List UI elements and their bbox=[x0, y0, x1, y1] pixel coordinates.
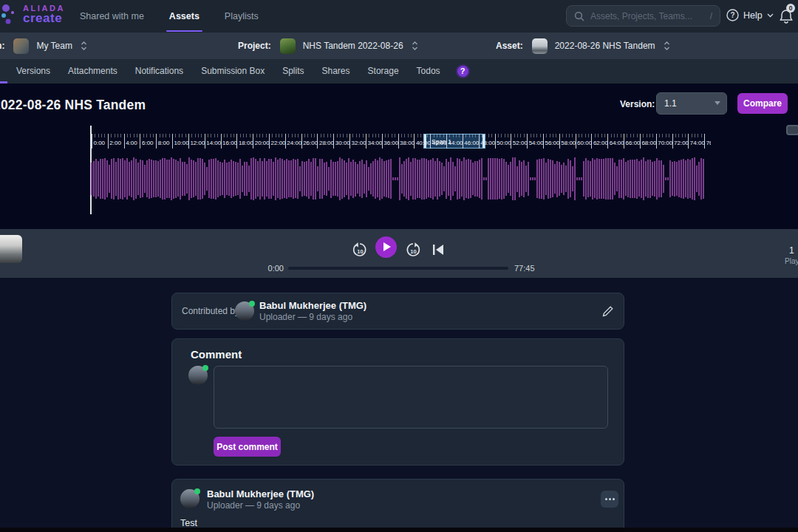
comment-form-card: Comment Post comment bbox=[171, 338, 624, 466]
playback-speed-label: Play bbox=[785, 257, 798, 265]
chevron-down-icon bbox=[715, 101, 720, 105]
project-value: NHS Tandem 2022-08-26 bbox=[303, 41, 403, 51]
contributor-meta: Uploader — 9 days ago bbox=[259, 312, 352, 322]
presence-dot bbox=[202, 365, 208, 371]
edit-icon[interactable] bbox=[601, 305, 614, 318]
asset-selector[interactable]: Asset: 2022-08-26 NHS Tandem bbox=[496, 33, 670, 59]
search-input[interactable]: Assets, Projects, Teams... / bbox=[566, 5, 720, 27]
top-nav: Shared with meAssetsPlaylists bbox=[67, 0, 271, 33]
search-shortcut-hint: / bbox=[710, 11, 712, 21]
comments-section: Contributed by Babul Mukherjee (TMG) Upl… bbox=[0, 278, 798, 528]
tab-shared-with-me[interactable]: Shared with me bbox=[67, 0, 157, 33]
subtab-todos[interactable]: Todos bbox=[408, 59, 449, 83]
subtab-player[interactable]: Player bbox=[0, 59, 7, 83]
comment-form-title: Comment bbox=[191, 348, 242, 361]
subtab-submission-box[interactable]: Submission Box bbox=[192, 59, 273, 83]
team-avatar bbox=[13, 38, 29, 54]
context-bar: Team: My Team Project: NHS Tandem 2022-0… bbox=[0, 33, 798, 59]
comment-body: Test bbox=[180, 518, 197, 528]
version-value: 1.1 bbox=[664, 98, 677, 109]
timeline-ruler[interactable]: Span 1 0:002:004:006:008:0010:0012:0014:… bbox=[92, 134, 711, 149]
forward-10-button[interactable]: 10 bbox=[405, 242, 421, 258]
sort-chevrons-icon bbox=[81, 41, 87, 51]
compare-button[interactable]: Compare bbox=[737, 93, 788, 114]
asset-value: 2022-08-26 NHS Tandem bbox=[555, 41, 655, 51]
total-time: 77:45 bbox=[514, 264, 535, 273]
commenter-meta: Uploader — 9 days ago bbox=[207, 500, 300, 511]
subtab-shares[interactable]: Shares bbox=[313, 59, 359, 83]
contributor-name: Babul Mukherjee (TMG) bbox=[259, 300, 366, 311]
player-section: 2022-08-26 NHS Tandem Version: 1.1 Compa… bbox=[0, 83, 798, 229]
asset-sub-nav: PlayerVersionsAttachmentsNotificationsSu… bbox=[0, 59, 798, 83]
subtab-attachments[interactable]: Attachments bbox=[59, 59, 126, 83]
help-menu[interactable]: ? Help bbox=[726, 9, 774, 21]
subtab-versions[interactable]: Versions bbox=[7, 59, 59, 83]
skip-to-start-button[interactable] bbox=[430, 242, 446, 258]
brand-product: create bbox=[23, 11, 65, 26]
project-label: Project: bbox=[238, 41, 271, 51]
avatar bbox=[180, 489, 200, 508]
brand-logo-icon bbox=[1, 3, 19, 27]
team-label: Team: bbox=[0, 41, 4, 51]
team-selector[interactable]: Team: My Team bbox=[0, 33, 87, 59]
playback-speed-value[interactable]: 1 bbox=[789, 245, 794, 256]
current-time: 0:00 bbox=[260, 264, 284, 273]
search-placeholder: Assets, Projects, Teams... bbox=[590, 11, 704, 21]
rewind-10-button[interactable]: 10 bbox=[352, 242, 368, 258]
subtab-splits[interactable]: Splits bbox=[273, 59, 313, 83]
search-icon bbox=[574, 11, 584, 21]
comment-options-button[interactable] bbox=[601, 491, 618, 508]
contributed-card: Contributed by Babul Mukherjee (TMG) Upl… bbox=[171, 293, 624, 330]
avatar bbox=[188, 366, 208, 385]
top-bar: ALIADA create Shared with meAssetsPlayli… bbox=[0, 0, 798, 33]
seek-bar[interactable] bbox=[288, 267, 508, 270]
version-label: Version: bbox=[620, 99, 655, 109]
sort-chevrons-icon bbox=[412, 41, 418, 51]
play-button[interactable] bbox=[375, 236, 397, 258]
brand-text: ALIADA create bbox=[23, 4, 65, 26]
svg-text:?: ? bbox=[730, 11, 734, 19]
timeline-zoom-handle[interactable] bbox=[786, 125, 798, 135]
contributed-label: Contributed by bbox=[182, 306, 239, 316]
project-thumbnail bbox=[280, 38, 296, 54]
project-selector[interactable]: Project: NHS Tandem 2022-08-26 bbox=[238, 33, 418, 59]
page-title: 2022-08-26 NHS Tandem bbox=[0, 98, 146, 113]
window-bottom-edge bbox=[0, 528, 798, 532]
comment-item: Babul Mukherjee (TMG) Uploader — 9 days … bbox=[171, 479, 624, 528]
team-value: My Team bbox=[36, 41, 72, 51]
subtab-storage[interactable]: Storage bbox=[359, 59, 408, 83]
chevron-down-icon bbox=[767, 13, 774, 18]
brand[interactable]: ALIADA create bbox=[1, 3, 65, 27]
tab-playlists[interactable]: Playlists bbox=[212, 0, 271, 33]
app-window: ALIADA create Shared with meAssetsPlayli… bbox=[0, 0, 798, 532]
tab-assets[interactable]: Assets bbox=[157, 0, 212, 33]
svg-text:10: 10 bbox=[410, 248, 416, 255]
help-icon: ? bbox=[726, 9, 739, 21]
notifications-badge: 0 bbox=[786, 4, 795, 13]
help-label: Help bbox=[743, 10, 763, 21]
subtab-notifications[interactable]: Notifications bbox=[126, 59, 192, 83]
post-comment-button[interactable]: Post comment bbox=[214, 437, 281, 457]
svg-text:10: 10 bbox=[357, 248, 363, 255]
asset-preview-thumbnail[interactable] bbox=[0, 235, 22, 263]
asset-thumbnail bbox=[532, 38, 548, 54]
subnav-help-icon[interactable]: ? bbox=[456, 64, 470, 78]
avatar bbox=[235, 301, 254, 321]
sort-chevrons-icon bbox=[664, 41, 670, 51]
comment-textarea[interactable] bbox=[214, 366, 608, 429]
presence-dot bbox=[249, 301, 255, 307]
commenter-name: Babul Mukherjee (TMG) bbox=[207, 488, 314, 499]
presence-dot bbox=[194, 488, 200, 494]
playback-bar: 10 10 0:00 77:45 1 Play bbox=[0, 229, 798, 278]
version-select[interactable]: 1.1 bbox=[656, 92, 727, 115]
play-icon bbox=[383, 242, 391, 251]
asset-label: Asset: bbox=[496, 41, 523, 51]
waveform[interactable] bbox=[91, 157, 706, 200]
